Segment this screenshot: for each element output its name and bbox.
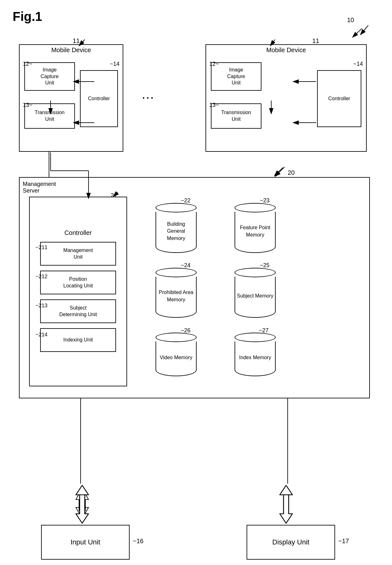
cyl-top-22 [156, 203, 197, 212]
input-connector [79, 398, 82, 484]
ref-214: ~214 [35, 331, 47, 338]
ref-12-right-img: 12~ [209, 61, 219, 67]
ref-20: 20 [288, 169, 295, 176]
building-general-memory: Building General Memory [156, 203, 197, 253]
indexing-unit: Indexing Unit [40, 328, 116, 352]
svg-marker-18 [280, 495, 292, 523]
ref-13-left-trans: 13~ [23, 102, 33, 108]
ref-16: ~16 [133, 537, 144, 545]
svg-line-24 [275, 167, 285, 176]
left-mobile-device: Mobile Device Image Capture Unit Transmi… [19, 44, 123, 152]
ref-13-right-trans: 13~ [209, 102, 219, 108]
input-unit-box: Input Unit [41, 525, 130, 560]
ref-213: ~213 [35, 302, 47, 309]
prohibited-area-memory: Prohibited Area Memory [156, 268, 197, 318]
ref-12-left-img: 12~ [23, 61, 33, 67]
ref-14-right-ctrl: ~14 [353, 61, 363, 67]
ref-21: 21 [111, 192, 117, 199]
video-memory: Video Memory [156, 333, 197, 376]
input-bidir-arrow [68, 484, 96, 525]
ellipsis: ... [142, 90, 155, 101]
ref-11-left: 11 [73, 37, 80, 45]
left-controller: Controller [80, 70, 118, 127]
mgmt-server-label: Management Server [23, 181, 56, 194]
cyl-top-23 [235, 203, 276, 212]
right-controller: Controller [317, 70, 361, 127]
ref-10: 10 [347, 16, 354, 24]
controller-label: Controller [33, 229, 123, 239]
ref-17: ~17 [338, 537, 349, 545]
display-bidir-arrow [272, 484, 300, 525]
right-mobile-device-label: Mobile Device [206, 45, 366, 55]
svg-line-11 [352, 28, 362, 37]
ref-11-right: 11 [312, 37, 319, 45]
svg-line-12 [274, 168, 283, 176]
display-unit-box: Display Unit [247, 525, 335, 560]
cyl-top-25 [235, 268, 276, 277]
figure-title: Fig.1 [13, 9, 42, 24]
svg-marker-16 [76, 495, 89, 523]
management-unit: Management Unit [40, 242, 116, 266]
subject-memory: Subject Memory [235, 268, 276, 318]
right-mobile-device: Mobile Device Image Capture Unit Transmi… [205, 44, 367, 152]
cyl-body-25: Subject Memory [235, 277, 276, 318]
management-server: Management Server Controller Management … [19, 177, 370, 398]
left-mobile-device-label: Mobile Device [20, 45, 123, 55]
cyl-body-24: Prohibited Area Memory [156, 277, 197, 318]
svg-line-23 [360, 25, 368, 35]
position-locating-unit: Position Locating Unit [40, 271, 116, 294]
cyl-top-24 [156, 268, 197, 277]
display-connector [286, 398, 289, 484]
subject-determining-unit: Subject Determining Unit [40, 299, 116, 323]
ref-14-left-ctrl: ~14 [110, 61, 119, 67]
controller-box: Controller Management Unit ~211 Position… [29, 197, 127, 386]
ref-211: ~211 [35, 244, 47, 251]
cyl-top-26 [156, 333, 197, 342]
cyl-body-23: Feature Point Memory [235, 212, 276, 253]
cyl-top-27 [235, 333, 276, 342]
cyl-body-26: Video Memory [156, 341, 197, 376]
cyl-body-22: Building General Memory [156, 212, 197, 253]
cyl-body-27: Index Memory [235, 341, 276, 376]
index-memory: Index Memory [235, 333, 276, 376]
feature-point-memory: Feature Point Memory [235, 203, 276, 253]
ref-212: ~212 [35, 273, 47, 280]
